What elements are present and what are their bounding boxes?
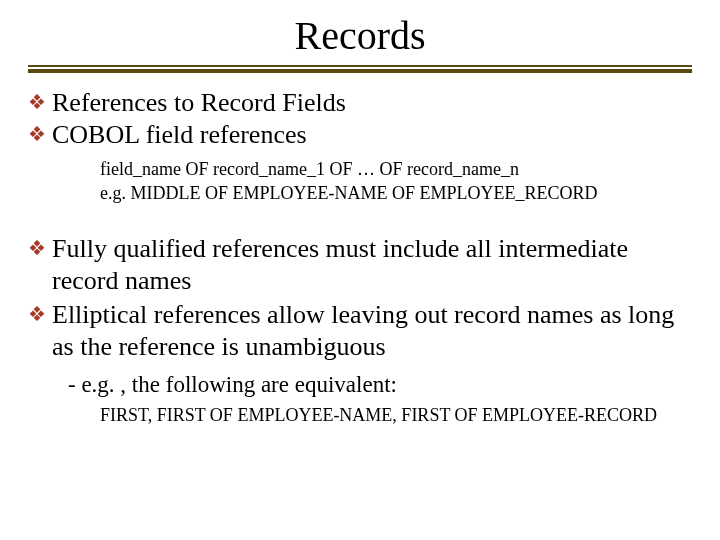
slide-title: Records xyxy=(28,12,692,59)
slide: Records ❖ References to Record Fields ❖ … xyxy=(0,0,720,540)
sub-bullet-line: - e.g. , the following are equivalent: xyxy=(68,371,692,399)
bullet-item: ❖ References to Record Fields xyxy=(28,87,692,119)
bullet-item: ❖ Elliptical references allow leaving ou… xyxy=(28,299,692,363)
diamond-bullet-icon: ❖ xyxy=(28,87,46,117)
bullet-text: References to Record Fields xyxy=(52,87,346,119)
sub-line: field_name OF record_name_1 OF … OF reco… xyxy=(100,157,692,181)
diamond-bullet-icon: ❖ xyxy=(28,299,46,329)
diamond-bullet-icon: ❖ xyxy=(28,233,46,263)
bullet-item: ❖ COBOL field references xyxy=(28,119,692,151)
diamond-bullet-icon: ❖ xyxy=(28,119,46,149)
horizontal-rule xyxy=(28,65,692,73)
sub-line: e.g. MIDDLE OF EMPLOYEE-NAME OF EMPLOYEE… xyxy=(100,181,692,205)
spacer xyxy=(28,219,692,231)
bullet-text: Elliptical references allow leaving out … xyxy=(52,299,692,363)
bullet-text: COBOL field references xyxy=(52,119,307,151)
bullet-item: ❖ Fully qualified references must includ… xyxy=(28,233,692,297)
bullet-text: Fully qualified references must include … xyxy=(52,233,692,297)
sub-bullet-block: field_name OF record_name_1 OF … OF reco… xyxy=(100,157,692,205)
sub-bullet-line: FIRST, FIRST OF EMPLOYEE-NAME, FIRST OF … xyxy=(100,403,692,427)
